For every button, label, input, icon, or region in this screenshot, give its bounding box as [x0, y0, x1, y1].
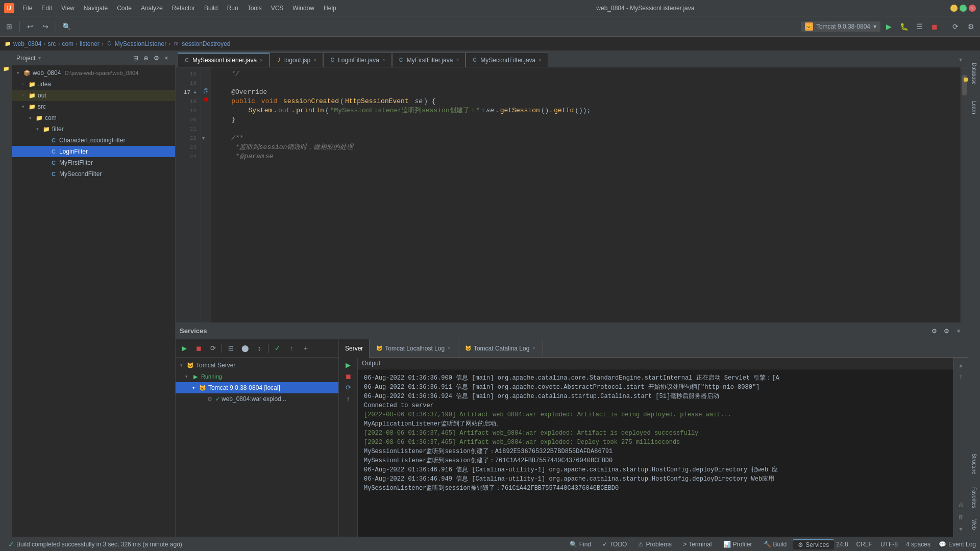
- tabs-overflow-button[interactable]: ▾: [955, 53, 966, 67]
- svc-up-button[interactable]: ✓: [271, 342, 284, 355]
- web-sidebar-icon[interactable]: Web: [969, 514, 980, 535]
- project-dropdown-icon[interactable]: ▾: [38, 55, 41, 61]
- favorites-sidebar-icon[interactable]: Favorites: [969, 483, 980, 513]
- menu-vcs[interactable]: VCS: [267, 3, 288, 14]
- tab-first-filter[interactable]: C MyFirstFilter.java ×: [392, 53, 466, 67]
- services-tree-war[interactable]: › ⚙ ✓ web_0804:war explod...: [176, 393, 338, 405]
- tab-logout[interactable]: J logout.jsp ×: [270, 53, 323, 67]
- bottom-tab-find[interactable]: 🔍 Find: [565, 540, 596, 549]
- menu-view[interactable]: View: [57, 3, 79, 14]
- run-button[interactable]: ▶: [881, 19, 896, 34]
- tab-close-second-filter[interactable]: ×: [537, 57, 543, 63]
- run-config-selector[interactable]: 🐱 Tomcat 9.0.38-0804 ▾: [801, 21, 880, 32]
- learn-sidebar-icon[interactable]: Learn: [969, 95, 980, 120]
- breadcrumb-project[interactable]: web_0804: [13, 40, 41, 47]
- run-output-button[interactable]: ▶: [343, 360, 353, 370]
- svc-expand-button[interactable]: ↕: [253, 342, 266, 355]
- services-tree-content[interactable]: ▾ 🐱 Tomcat Server ▾ ▶ Running ▾: [176, 358, 338, 537]
- output-tab-localhost-close[interactable]: ×: [447, 345, 452, 352]
- tree-item-com[interactable]: ▾ 📁 com: [12, 112, 175, 123]
- bottom-tab-profiler[interactable]: 📊 Profiler: [718, 540, 757, 549]
- minimize-button[interactable]: −: [950, 5, 958, 12]
- tab-login-filter[interactable]: C LoginFilter.java ×: [323, 53, 392, 67]
- collapse-all-button[interactable]: ⊟: [131, 54, 140, 63]
- tab-close-first-filter[interactable]: ×: [455, 57, 460, 63]
- menu-bar[interactable]: File Edit View Navigate Code Analyze Ref…: [18, 3, 340, 14]
- services-settings-button[interactable]: ⚙: [929, 326, 939, 336]
- code-content[interactable]: */ @Override public void sessionCreated …: [211, 67, 961, 322]
- breakpoint-icon[interactable]: [204, 97, 208, 102]
- svc-update-button[interactable]: ↑: [285, 342, 298, 355]
- clear-button[interactable]: 🗑: [955, 511, 967, 522]
- scroll-down-button[interactable]: ▼: [955, 523, 967, 535]
- reload-output-button[interactable]: ⟳: [343, 382, 353, 392]
- coverage-button[interactable]: ☰: [912, 19, 926, 34]
- breadcrumb-listener[interactable]: listener: [80, 40, 100, 47]
- project-structure-button[interactable]: ⊞: [2, 19, 16, 34]
- breadcrumb-class[interactable]: MySessionListener: [115, 40, 166, 47]
- debug-button[interactable]: 🐛: [897, 19, 911, 34]
- tab-close-session[interactable]: ×: [259, 57, 264, 64]
- tree-item-second-filter[interactable]: › C MySecondFilter: [12, 168, 175, 180]
- services-close-button[interactable]: ×: [953, 326, 964, 336]
- services-gear-icon[interactable]: ⚙: [941, 326, 951, 336]
- tab-close-logout[interactable]: ×: [312, 57, 317, 63]
- undo-button[interactable]: ↩: [23, 19, 37, 34]
- tree-item-idea[interactable]: › 📁 .idea: [12, 79, 175, 90]
- breadcrumb-com[interactable]: com: [62, 40, 74, 47]
- bottom-tab-problems[interactable]: ⚠ Problems: [633, 540, 677, 549]
- project-close-button[interactable]: ×: [162, 54, 171, 63]
- svc-add-button[interactable]: +: [299, 342, 312, 355]
- project-settings-button[interactable]: ⚙: [152, 54, 161, 63]
- window-controls[interactable]: − □ ×: [950, 5, 976, 12]
- services-tree-running[interactable]: ▾ ▶ Running: [176, 371, 338, 382]
- project-panel-actions[interactable]: ⊟ ⊕ ⚙ ×: [131, 54, 171, 63]
- maximize-button[interactable]: □: [960, 5, 967, 12]
- close-button[interactable]: ×: [969, 5, 976, 12]
- menu-analyze[interactable]: Analyze: [137, 3, 167, 14]
- tab-second-filter[interactable]: C MySecondFilter.java ×: [465, 53, 548, 67]
- output-tabs[interactable]: Server 🐱 Tomcat Localhost Log × 🐱 Tomcat…: [339, 339, 968, 358]
- breadcrumb-method[interactable]: sessionDestroyed: [182, 40, 230, 47]
- tree-item-src[interactable]: ▾ 📁 src: [12, 101, 175, 112]
- menu-tools[interactable]: Tools: [243, 3, 266, 14]
- editor-tabs[interactable]: C MySessionListener.java × J logout.jsp …: [176, 51, 968, 67]
- tab-my-session-listener[interactable]: C MySessionListener.java ×: [178, 53, 270, 67]
- run-config-dropdown[interactable]: ▾: [873, 23, 876, 30]
- menu-edit[interactable]: Edit: [37, 3, 56, 14]
- output-content[interactable]: 06-Aug-2022 01:36:36.900 信息 [main] org.a…: [358, 369, 953, 537]
- svc-stop-button[interactable]: ◼: [192, 342, 205, 355]
- search-everywhere-button[interactable]: 🔍: [59, 19, 74, 34]
- bottom-tab-services[interactable]: ⚙ Services: [793, 539, 834, 549]
- scroll-to-top-button[interactable]: ⤒: [955, 372, 967, 383]
- menu-build[interactable]: Build: [200, 3, 222, 14]
- bottom-tab-build[interactable]: 🔨 Build: [758, 540, 792, 549]
- services-toolbar[interactable]: ▶ ◼ ⟳ ⊞ ⬤ ↕ ✓ ↑ +: [176, 339, 338, 358]
- svc-filter-button[interactable]: ⬤: [238, 342, 252, 355]
- menu-navigate[interactable]: Navigate: [80, 3, 112, 14]
- update-button[interactable]: ⟳: [948, 19, 963, 34]
- output-scrollbar-controls[interactable]: ▲ ⤒ 🖨 🗑 ▼: [953, 358, 968, 537]
- breadcrumb-src[interactable]: src: [47, 40, 56, 47]
- bottom-tab-terminal[interactable]: > Terminal: [678, 540, 717, 549]
- stop-output-button[interactable]: ◼: [343, 371, 353, 381]
- menu-help[interactable]: Help: [320, 3, 340, 14]
- tree-item-root[interactable]: ▾ 📦 web_0804 D:\java-web-space\web_0804: [12, 67, 175, 79]
- output-tab-localhost[interactable]: 🐱 Tomcat Localhost Log ×: [370, 339, 458, 358]
- svc-restart-button[interactable]: ⟳: [206, 342, 219, 355]
- tree-item-char-filter[interactable]: › C CharacterEncodingFilter: [12, 135, 175, 146]
- bottom-tab-todo[interactable]: ✓ TODO: [597, 540, 632, 549]
- up-output-button[interactable]: ↑: [343, 393, 353, 404]
- menu-window[interactable]: Window: [288, 3, 318, 14]
- tree-item-out[interactable]: › 📁 out: [12, 90, 175, 101]
- services-tree-tomcat-server[interactable]: ▾ 🐱 Tomcat Server: [176, 360, 338, 371]
- menu-file[interactable]: File: [18, 3, 36, 14]
- settings-button[interactable]: ⚙: [964, 19, 978, 34]
- structure-sidebar-icon[interactable]: Structure: [969, 446, 980, 482]
- menu-run[interactable]: Run: [223, 3, 242, 14]
- tree-item-filter[interactable]: ▾ 📁 filter: [12, 123, 175, 135]
- print-button[interactable]: 🖨: [955, 499, 967, 510]
- database-sidebar-icon[interactable]: Database: [969, 53, 980, 94]
- menu-refactor[interactable]: Refactor: [168, 3, 199, 14]
- code-editor[interactable]: 15 16 17 ● 18 19 20 21 22 23 24 @: [176, 67, 968, 322]
